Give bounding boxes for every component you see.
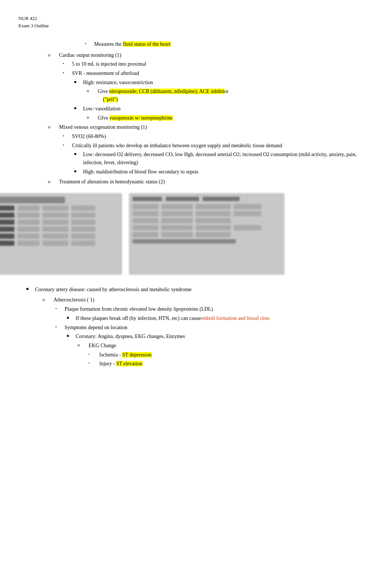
cell-16 (71, 227, 95, 232)
cell-3 (42, 206, 68, 211)
ischemia-text: Ischemia - ST depression (99, 351, 374, 359)
right-hdr-3 (203, 197, 240, 201)
five-ml-row: ▪ 5 to 10 mL is injected into proximal (63, 60, 374, 68)
r-cell-15 (234, 225, 261, 230)
critically-ill-text: Critically ill patients who develop an i… (72, 142, 374, 150)
cell-11 (42, 220, 68, 225)
cell-2 (17, 206, 39, 211)
cardiac-output-row: o Cardiac output monitoring (1) (48, 51, 374, 59)
high-resistance-text: High: resistance, vasoconstriction (83, 79, 374, 87)
right-row-6 (133, 239, 281, 244)
svr-text: SVR - measurement of afterload (72, 69, 374, 77)
r-cell-12 (133, 225, 158, 230)
give-nitro-text: Give nitroprusside; CCB (diltiazem, nife… (98, 87, 374, 103)
main-content: ▪ Measures the fluid status of the heart… (26, 40, 374, 368)
mixed-venous-section: o Mixed venous oxygenation monitoring (1… (26, 123, 374, 176)
r-cell-1 (133, 204, 158, 209)
svo2-text: SVO2 (60-80%) (72, 132, 374, 141)
low-vasodilation-text: Low: vasodilation (83, 105, 374, 113)
r-cell-6 (161, 211, 193, 216)
symptoms-row: ▪ Symptoms depend on location (55, 324, 374, 332)
cell-10 (17, 220, 39, 225)
cell-12 (71, 220, 95, 225)
r-cell-13 (161, 225, 193, 230)
blurred-images-area (0, 193, 374, 275)
cell-7 (42, 213, 68, 218)
cell-22 (17, 241, 39, 246)
critically-ill-row: ▪ Critically ill patients who develop an… (63, 142, 374, 150)
blurred-table-right (129, 193, 284, 275)
table-row-blur-5 (0, 234, 118, 239)
table-row-blur-1 (0, 206, 118, 211)
sq-marker-plaque: ▪ (55, 305, 65, 310)
svo2-row: ▪ SVO2 (60-80%) (63, 132, 374, 141)
right-row-1 (133, 204, 281, 209)
coronary-angina-row: ● Coronary: Angina, dyspnea, EKG changes… (66, 332, 374, 341)
dot-marker-2: ● (74, 105, 83, 111)
r-cell-5 (133, 211, 158, 216)
table-row-blur-3 (0, 220, 118, 225)
r-cell-3 (196, 204, 231, 209)
atherosclerosis-row: o Atherosclerosis ( 1) (42, 296, 374, 304)
r-cell-2 (161, 204, 193, 209)
injury-row: ▪ Injury - ST elevation (89, 360, 374, 368)
measures-bullet-row: ▪ Measures the fluid status of the heart (85, 40, 374, 48)
main-bullet-dot: ● (26, 286, 35, 292)
r-cell-17 (161, 232, 193, 237)
table-row-blur-6 (0, 241, 118, 246)
cell-1 (0, 206, 14, 211)
cell-20 (71, 234, 95, 239)
right-hdr-1 (133, 197, 162, 201)
r-cell-4 (234, 204, 261, 209)
blurred-table-left (0, 193, 122, 275)
o-marker-vaso: o (87, 114, 98, 120)
sq-marker-svo2: ▪ (63, 132, 72, 138)
ischemia-row: ▪ Ischemia - ST depression (89, 351, 374, 359)
r-cell-16 (133, 232, 158, 237)
sq-marker-ischemia: ▪ (89, 351, 98, 356)
r-cell-9 (133, 218, 158, 223)
dot-marker-plaques: ● (66, 314, 76, 321)
r-cell-7 (196, 211, 231, 216)
cell-5 (0, 213, 14, 218)
r-cell-10 (161, 218, 193, 223)
injury-text: Injury - ST elevation (99, 360, 374, 368)
treatment-label: Treatment of alterations in hemodynamic … (59, 178, 374, 186)
coronary-angina-text: Coronary: Angina, dyspnea, EKG changes, … (76, 332, 374, 341)
dot-marker-low-o2: ● (74, 151, 83, 157)
treatment-row: o Treatment of alterations in hemodynami… (48, 178, 374, 186)
table-inner-right (130, 194, 284, 274)
o-marker-mv: o (48, 123, 59, 130)
cell-24 (71, 241, 95, 246)
five-ml-text: 5 to 10 mL is injected into proximal (72, 60, 374, 68)
cell-8 (71, 213, 95, 218)
plaque-row: ▪ Plaque formation from chronic elevated… (55, 305, 374, 313)
sq-marker-crit: ▪ (63, 142, 72, 147)
dot-marker-high-maldist: ● (74, 168, 83, 174)
coronary-artery-content: Coronary artery disease: caused by ather… (35, 286, 374, 368)
dot-marker-coronary: ● (66, 332, 76, 339)
if-plaques-text: If these plaques break off (by infection… (76, 314, 374, 323)
r-cell-8 (234, 211, 261, 216)
cell-9 (0, 220, 14, 225)
svr-row: ▪ SVR - measurement of afterload (63, 69, 374, 77)
cell-17 (0, 234, 14, 239)
cell-14 (17, 227, 39, 232)
sq-marker-1: ▪ (63, 60, 72, 65)
cell-18 (17, 234, 39, 239)
header-line1: NUR 422 (18, 15, 374, 22)
high-maldist-row: ● High: maldistribution of blood flow se… (74, 168, 374, 176)
ekg-change-label: EKG Change (89, 342, 374, 350)
r-cell-11 (196, 218, 231, 223)
low-vasodilation-row: ● Low: vasodilation (74, 105, 374, 113)
cell-6 (17, 213, 39, 218)
ekg-change-row: o EKG Change (78, 342, 374, 350)
sq-marker-symptoms: ▪ (55, 324, 65, 329)
cardiac-output-label: Cardiac output monitoring (1) (59, 51, 374, 59)
o-marker-athero: o (42, 296, 54, 303)
measures-text: Measures the fluid status of the heart (94, 40, 374, 48)
cell-19 (42, 234, 68, 239)
give-vasopressin-text: GIve vasopressin w/ norepinephrine (98, 114, 374, 122)
right-header-row (133, 197, 281, 201)
o-marker-nitro: o (87, 87, 98, 94)
